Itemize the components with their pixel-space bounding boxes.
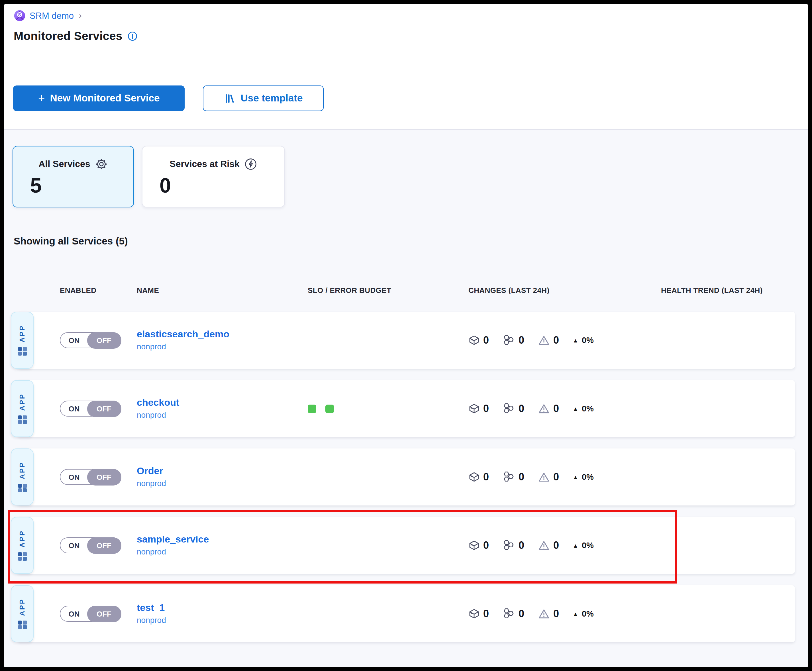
app-type-badge: APP [11,448,34,506]
main-content: All Services 5 [4,130,808,667]
chevron-right-icon: › [79,10,82,20]
warning-triangle-icon [538,539,550,551]
service-name-link[interactable]: checkout [137,398,179,408]
service-row: APP ON OFF test_1 nonprod [17,585,795,642]
app-grid-icon [18,416,27,424]
trend-up-icon: ▲ [573,474,579,480]
services-at-risk-count: 0 [160,175,284,196]
name-cell: sample_service nonprod [137,517,308,574]
app-type-badge: APP [11,312,34,369]
services-hexagons-icon [502,608,515,620]
services-count: 0 [519,608,524,620]
deployment-cube-icon [468,608,480,620]
trend-percent: 0% [582,541,594,550]
all-services-label: All Services [39,159,90,169]
enabled-toggle[interactable]: ON OFF [60,537,121,553]
changes-cell: 0 0 [468,448,661,506]
health-trend-cell [661,312,795,369]
service-env-link[interactable]: nonprod [137,547,166,556]
changes-cell: 0 0 [468,312,661,369]
problems-count: 0 [553,334,559,346]
breadcrumb: SRM demo › [14,10,808,22]
deployments-count: 0 [483,608,489,620]
service-row-card: ON OFF sample_service nonprod [17,517,795,574]
deployments-count: 0 [483,403,489,415]
service-row-card: ON OFF elasticsearch_demo nonprod [17,312,795,369]
enabled-toggle[interactable]: ON OFF [60,400,121,417]
enabled-toggle[interactable]: ON OFF [60,332,121,348]
slo-cell [308,448,468,506]
col-enabled: ENABLED [60,286,137,295]
enabled-toggle[interactable]: ON OFF [60,606,121,622]
service-row-card: ON OFF Order nonprod [17,448,795,506]
enabled-toggle[interactable]: ON OFF [60,469,121,485]
services-count: 0 [519,471,524,483]
service-name-link[interactable]: sample_service [137,535,209,545]
toggle-off-label[interactable]: OFF [87,605,121,622]
slo-cell [308,517,468,574]
slo-ok-square [308,404,316,413]
toggle-on-label[interactable]: ON [60,333,88,347]
trend-percent: 0% [582,472,594,482]
services-at-risk-card[interactable]: Services at Risk 0 [142,146,285,208]
problems-count: 0 [553,539,559,551]
toggle-off-label[interactable]: OFF [87,469,121,485]
services-list: APP ON OFF elasticsearch_demo nonprod [4,312,808,642]
app-grid-icon [18,484,27,492]
service-env-link[interactable]: nonprod [137,616,166,625]
warning-triangle-icon [538,608,550,620]
toggle-on-label[interactable]: ON [60,470,88,484]
slo-ok-square [325,404,334,413]
problems-count: 0 [553,608,559,620]
service-env-link[interactable]: nonprod [137,479,166,488]
trend-percent: 0% [582,336,594,345]
trend-percent: 0% [582,404,594,413]
deployments-count: 0 [483,334,489,346]
services-hexagons-icon [502,402,515,415]
page-title: Monitored Services [14,29,123,43]
changes-cell: 0 0 [468,380,661,437]
new-monitored-service-button[interactable]: + New Monitored Service [13,85,185,111]
health-trend-cell [661,517,795,574]
app-badge-label: APP [18,325,26,342]
problems-count: 0 [553,471,559,483]
app-type-badge: APP [11,517,34,574]
services-hexagons-icon [502,539,515,552]
service-env-link[interactable]: nonprod [137,342,166,351]
toggle-off-label[interactable]: OFF [87,537,121,553]
health-trend-cell [661,380,795,437]
service-row: APP ON OFF Order nonprod [17,448,795,506]
problems-count: 0 [553,403,559,415]
services-at-risk-label: Services at Risk [170,159,240,169]
changes-cell: 0 0 [468,517,661,574]
deployment-cube-icon [468,540,480,551]
health-trend-cell [661,585,795,642]
app-badge-label: APP [18,462,26,479]
deployments-count: 0 [483,539,489,551]
service-name-link[interactable]: Order [137,466,163,477]
service-env-link[interactable]: nonprod [137,410,166,419]
all-services-card[interactable]: All Services 5 [12,146,134,208]
breadcrumb-app-link[interactable]: SRM demo [30,10,74,21]
enabled-cell: ON OFF [60,380,137,437]
toggle-on-label[interactable]: ON [60,401,88,416]
services-count: 0 [519,334,524,346]
slo-cell [308,380,468,437]
service-row: APP ON OFF sample_service nonprod [17,517,795,574]
plus-icon: + [38,92,45,104]
toggle-on-label[interactable]: ON [60,606,88,621]
deployments-count: 0 [483,471,489,483]
slo-cell [308,585,468,642]
service-name-link[interactable]: elasticsearch_demo [137,329,229,340]
toggle-on-label[interactable]: ON [60,538,88,553]
service-row-card: ON OFF test_1 nonprod [17,585,795,642]
info-icon[interactable] [128,31,137,41]
toggle-off-label[interactable]: OFF [87,400,121,417]
col-health-trend: HEALTH TREND (LAST 24H) [661,286,795,295]
service-row: APP ON OFF checkout nonprod [17,380,795,437]
srm-app-icon [14,10,26,22]
service-name-link[interactable]: test_1 [137,603,165,613]
service-row-card: ON OFF checkout nonprod [17,380,795,437]
use-template-button[interactable]: Use template [203,85,324,111]
toggle-off-label[interactable]: OFF [87,332,121,349]
